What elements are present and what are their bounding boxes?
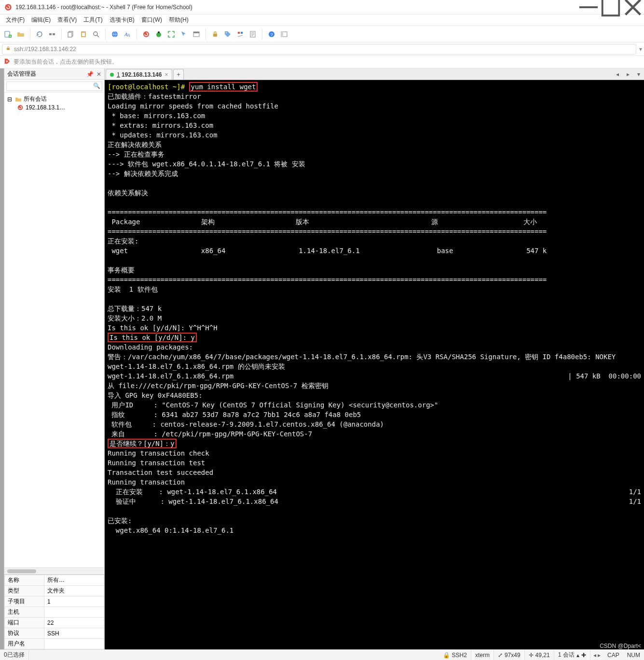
prop-value[interactable]: 1 bbox=[44, 596, 104, 607]
term-prompt: [root@localhost ~]# bbox=[108, 83, 189, 91]
tree-session[interactable]: 192.168.13.1… bbox=[6, 104, 102, 111]
script-icon[interactable] bbox=[247, 29, 258, 40]
toolbar-separator bbox=[262, 29, 262, 40]
menu-help[interactable]: 帮助(H) bbox=[166, 15, 192, 25]
search-icon[interactable]: 🔍 bbox=[93, 82, 100, 89]
menu-tab[interactable]: 选项卡(B) bbox=[107, 15, 137, 25]
svg-rect-22 bbox=[238, 32, 240, 34]
term-summary-title: 事务概要 bbox=[108, 266, 135, 274]
paste-icon[interactable] bbox=[78, 29, 89, 40]
font-icon[interactable]: AA bbox=[122, 29, 133, 40]
bookmark-arrow-icon[interactable] bbox=[4, 58, 11, 66]
table-row: 子项目1 bbox=[5, 596, 104, 607]
term-installed: 已安装: wget.x86_64 0:1.14-18.el7_6.1 bbox=[108, 517, 233, 534]
svg-point-17 bbox=[158, 31, 160, 33]
menu-tools[interactable]: 工具(T) bbox=[81, 15, 105, 25]
status-num: NUM bbox=[623, 650, 644, 660]
menu-file[interactable]: 文件(F) bbox=[3, 15, 27, 25]
new-session-icon[interactable] bbox=[3, 29, 14, 40]
term-run: Running transaction check Running transa… bbox=[108, 449, 213, 486]
term-header: Package 架构 版本 源 大小 bbox=[108, 218, 537, 226]
color-edit-icon[interactable] bbox=[235, 29, 246, 40]
globe-icon[interactable] bbox=[110, 29, 120, 40]
status-ssh: 🔒SSH2 bbox=[439, 650, 471, 660]
prop-value[interactable]: 22 bbox=[44, 618, 104, 628]
tag-icon[interactable] bbox=[222, 29, 233, 40]
session-tree[interactable]: ⊟ 所有会话 192.168.13.1… bbox=[4, 93, 104, 567]
table-row: 主机 bbox=[5, 607, 104, 618]
tab-strip: 1 192.168.13.146 × ＋ ◂ ▸ ▾ bbox=[105, 68, 644, 80]
close-button[interactable] bbox=[622, 0, 644, 14]
search-input[interactable] bbox=[6, 81, 102, 91]
panel-close-icon[interactable]: ✕ bbox=[96, 71, 101, 78]
open-session-icon[interactable] bbox=[15, 29, 26, 40]
prop-value[interactable] bbox=[44, 607, 104, 618]
svg-rect-8 bbox=[68, 32, 72, 37]
prop-value[interactable] bbox=[44, 639, 104, 649]
panel-title: 会话管理器 bbox=[7, 70, 83, 78]
terminal[interactable]: [root@localhost ~]# yum install wget 已加载… bbox=[105, 80, 644, 649]
svg-rect-2 bbox=[603, 0, 619, 15]
search-icon[interactable] bbox=[91, 29, 101, 40]
status-arrows[interactable]: ◂ ▸ bbox=[590, 652, 603, 659]
disconnect-icon[interactable] bbox=[47, 29, 57, 40]
tree-root-label: 所有会话 bbox=[24, 95, 47, 103]
prop-key: 用户名 bbox=[5, 639, 44, 649]
tree-root[interactable]: ⊟ 所有会话 bbox=[6, 94, 102, 104]
ladybug-icon[interactable] bbox=[153, 29, 164, 40]
prop-key: 名称 bbox=[5, 575, 44, 586]
title-bar-icon[interactable] bbox=[191, 29, 202, 40]
lock-icon[interactable] bbox=[210, 29, 220, 40]
cursor-icon[interactable] bbox=[178, 29, 189, 40]
address-field[interactable]: ssh://192.168.13.146:22 bbox=[2, 44, 636, 54]
tab-host: 192.168.13.146 bbox=[122, 71, 162, 78]
tab-close-icon[interactable]: × bbox=[164, 71, 168, 78]
svg-rect-28 bbox=[281, 32, 283, 37]
tree-scroll[interactable] bbox=[4, 567, 104, 574]
term-step1-right: 1/1 bbox=[629, 487, 641, 497]
term-summary-line: 安装 1 软件包 bbox=[108, 285, 158, 293]
tab-index: 1 bbox=[117, 71, 120, 78]
minus-box-icon[interactable]: ⊟ bbox=[6, 96, 13, 103]
toolbar-separator bbox=[206, 29, 206, 40]
menu-edit[interactable]: 编辑(E) bbox=[28, 15, 54, 25]
svg-rect-6 bbox=[53, 33, 55, 35]
term-after-ok: Downloading packages: 警告：/var/cache/yum/… bbox=[108, 343, 616, 370]
term-dl-left: wget-1.14-18.el7_6.1.x86_64.rpm bbox=[108, 372, 233, 380]
tab-menu-icon[interactable]: ▾ bbox=[634, 70, 643, 79]
pin-icon[interactable]: 📌 bbox=[86, 71, 94, 78]
tab-add[interactable]: ＋ bbox=[173, 69, 184, 80]
tab-session[interactable]: 1 192.168.13.146 × bbox=[106, 69, 172, 80]
status-sessions[interactable]: 1 会话 ▴ ✚ bbox=[554, 650, 590, 660]
toolbar-separator bbox=[61, 29, 62, 40]
term-step1-left: 正在安装 : wget-1.14-18.el7_6.1.x86_64 bbox=[108, 488, 277, 496]
help-icon[interactable]: ? bbox=[266, 29, 277, 40]
swirl-icon[interactable] bbox=[141, 29, 151, 40]
maximize-button[interactable] bbox=[600, 0, 622, 14]
fullscreen-icon[interactable] bbox=[166, 29, 177, 40]
copy-icon[interactable] bbox=[66, 29, 76, 40]
tab-prev-icon[interactable]: ◂ bbox=[613, 70, 622, 79]
status-size: ⤢ 97x49 bbox=[494, 650, 525, 660]
module-icon[interactable] bbox=[279, 29, 289, 40]
tab-next-icon[interactable]: ▸ bbox=[624, 70, 632, 79]
prop-value[interactable]: SSH bbox=[44, 628, 104, 639]
session-swirl-icon bbox=[17, 104, 24, 111]
term-install-row: wget x86_64 1.14-18.el7_6.1 base 547 k bbox=[108, 247, 547, 255]
term-dl-right: | 547 kB 00:00:00 bbox=[568, 371, 641, 381]
folder-icon bbox=[15, 96, 22, 103]
svg-rect-10 bbox=[82, 33, 85, 36]
svg-point-15 bbox=[143, 31, 149, 37]
menu-window[interactable]: 窗口(W) bbox=[138, 15, 165, 25]
status-term: xterm bbox=[471, 650, 494, 660]
reconnect-icon[interactable] bbox=[34, 29, 45, 40]
minimize-button[interactable] bbox=[577, 0, 600, 14]
svg-rect-20 bbox=[213, 34, 217, 37]
svg-point-11 bbox=[94, 32, 97, 36]
prop-value[interactable]: 文件夹 bbox=[44, 586, 104, 596]
status-selection: 0已选择 bbox=[0, 650, 29, 660]
menu-view[interactable]: 查看(V) bbox=[55, 15, 80, 25]
addr-chevron-icon[interactable]: ▾ bbox=[639, 46, 642, 53]
hint-text: 要添加当前会话，点击左侧的箭头按钮。 bbox=[14, 58, 118, 66]
prop-value[interactable]: 所有… bbox=[44, 575, 104, 586]
